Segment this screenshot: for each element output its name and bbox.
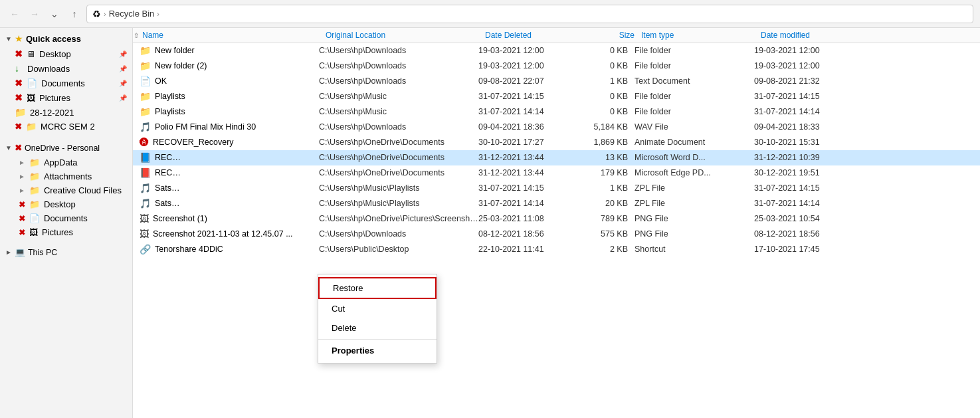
sidebar-item-attachments[interactable]: ► 📁 Attachments (0, 169, 132, 183)
back-button[interactable]: ← (7, 6, 23, 22)
col-header-size[interactable]: Size (588, 31, 641, 40)
col-header-orig[interactable]: Original Location (326, 31, 485, 40)
table-row[interactable]: 🅐 RECOVER_Recovery C:\Users\hp\OneDrive\… (133, 135, 980, 150)
sidebar: ▼ ★ Quick access ✖ 🖥 Desktop 📌 ↓ Downloa… (0, 28, 133, 418)
delete-label: Delete (332, 323, 357, 333)
chevron-right-icon: ► (19, 159, 25, 166)
forward-button[interactable]: → (27, 6, 43, 22)
context-menu-item-properties[interactable]: Properties (318, 341, 437, 360)
cell-item-type: PNG File (635, 229, 754, 239)
chevron-right3-icon: ► (19, 187, 25, 194)
table-row[interactable]: 📄 OK C:\Users\hp\Downloads 09-08-2021 22… (133, 74, 980, 89)
file-icon: 🎵 (140, 198, 151, 209)
col-header-type[interactable]: Item type (641, 31, 761, 40)
sidebar-item-documents2[interactable]: ✖ 📄 Documents (0, 211, 132, 225)
folder-desk2-icon: 📁 (29, 199, 40, 209)
col-header-name[interactable]: Name (140, 31, 326, 40)
sidebar-item-downloads[interactable]: ↓ Downloads 📌 (0, 61, 132, 76)
folder-pic2-icon: 🖼 (29, 227, 38, 237)
table-row[interactable]: 📁 Playlists C:\Users\hp\Music 31-07-2021… (133, 89, 980, 104)
context-menu-item-restore[interactable]: Restore (318, 277, 437, 299)
sidebar-label-28: 28-12-2021 (30, 108, 74, 118)
col-header-date[interactable]: Date Deleted (485, 31, 588, 40)
chevron-right-pc-icon: ► (5, 249, 12, 256)
col-header-modified[interactable]: Date modified (761, 31, 867, 40)
cell-date-modified: 31-07-2021 14:14 (754, 107, 860, 116)
pin-icon: 📌 (119, 51, 127, 58)
sidebar-item-appdata[interactable]: ► 📁 AppData (0, 156, 132, 169)
cell-item-type: PNG File (635, 214, 754, 223)
sidebar-item-mcrc[interactable]: ✖ 📁 MCRC SEM 2 (0, 120, 132, 134)
cell-date-modified: 31-07-2021 14:15 (754, 183, 860, 193)
cell-size: 20 KB (581, 199, 635, 208)
cell-date-modified: 31-07-2021 14:15 (754, 92, 860, 101)
file-icon: 🅐 (140, 137, 149, 148)
table-row[interactable]: 🎵 Polio FM Final Mix Hindi 30 C:\Users\h… (133, 120, 980, 135)
sidebar-item-pictures[interactable]: ✖ 🖼 Pictures 📌 (0, 90, 132, 105)
sidebar-item-documents[interactable]: ✖ 📄 Documents 📌 (0, 76, 132, 90)
table-row[interactable]: 🎵 Sats… C:\Users\hp\Music\Playlists 31-0… (133, 196, 980, 211)
cell-date-deleted: 31-07-2021 14:14 (478, 107, 581, 116)
recycle-bin-icon: ♻ (92, 9, 101, 19)
cell-orig-location: C:\Users\hp\Downloads (319, 46, 478, 55)
table-row[interactable]: 🖼 Screenshot (1) C:\Users\hp\OneDrive\Pi… (133, 211, 980, 227)
file-list: 📁 New folder C:\Users\hp\Downloads 19-03… (133, 43, 980, 418)
cell-item-type: Microsoft Word D... (635, 153, 754, 162)
file-icon: 🎵 (140, 183, 151, 193)
recent-button[interactable]: ⌄ (47, 6, 62, 22)
up-button[interactable]: ↑ (66, 6, 82, 22)
sidebar-item-pictures2[interactable]: ✖ 🖼 Pictures (0, 225, 132, 239)
cell-orig-location: C:\Users\hp\Music (319, 107, 478, 116)
pin-icon: 📌 (119, 94, 127, 102)
cell-size: 0 KB (581, 46, 635, 55)
cell-date-modified: 30-10-2021 15:31 (754, 138, 860, 147)
table-row[interactable]: 📘 REC… C:\Users\hp\OneDrive\Documents 31… (133, 150, 980, 165)
table-row[interactable]: 📁 New folder (2) C:\Users\hp\Downloads 1… (133, 58, 980, 74)
red-badge5-icon: ✖ (15, 143, 22, 153)
cell-orig-location: C:\Users\hp\Music (319, 92, 478, 101)
sidebar-label-desktop2: Desktop (44, 199, 76, 209)
chevron-down2-icon: ▼ (5, 144, 12, 152)
this-pc-label: This PC (28, 248, 57, 257)
cell-size: 1 KB (581, 76, 635, 86)
onedrive-header[interactable]: ▼ ✖ OneDrive - Personal (0, 140, 132, 156)
red-badge2-icon: ✖ (15, 78, 23, 88)
cell-orig-location: C:\Users\hp\OneDrive\Pictures\Screensho.… (319, 214, 478, 223)
cell-date-modified: 19-03-2021 12:00 (754, 61, 860, 70)
pin-icon: 📌 (119, 65, 127, 72)
cell-date-deleted: 19-03-2021 12:00 (478, 46, 581, 55)
sidebar-item-desktop2[interactable]: ✖ 📁 Desktop (0, 197, 132, 211)
restore-label: Restore (333, 283, 363, 293)
context-menu-item-cut[interactable]: Cut (318, 299, 437, 318)
cell-item-type: File folder (635, 61, 754, 70)
address-path[interactable]: ♻ › Recycle Bin › (86, 5, 973, 23)
file-icon: 📁 (140, 45, 151, 56)
sidebar-item-creative-cloud[interactable]: ► 📁 Creative Cloud Files (0, 183, 132, 197)
quick-access-header[interactable]: ▼ ★ Quick access (0, 31, 132, 47)
sidebar-label-mcrc: MCRC SEM 2 (41, 122, 95, 132)
cell-filename: 🎵 Sats… (133, 183, 319, 193)
table-row[interactable]: 📁 New folder C:\Users\hp\Downloads 19-03… (133, 43, 980, 58)
cell-date-deleted: 25-03-2021 11:08 (478, 214, 581, 223)
this-pc-header[interactable]: ► 💻 This PC (0, 245, 132, 260)
onedrive-label: OneDrive - Personal (25, 144, 100, 153)
cell-orig-location: C:\Users\hp\Downloads (319, 61, 478, 70)
pin-icon: 📌 (119, 80, 127, 87)
file-icon: 📁 (140, 106, 151, 117)
sidebar-label-attachments: Attachments (44, 171, 92, 181)
table-row[interactable]: 🔗 Tenorshare 4DDiC C:\Users\Public\Deskt… (133, 242, 980, 257)
address-bar: ← → ⌄ ↑ ♻ › Recycle Bin › (0, 0, 980, 28)
cell-size: 0 KB (581, 107, 635, 116)
cell-date-modified: 09-04-2021 18:33 (754, 122, 860, 132)
context-menu-item-delete[interactable]: Delete (318, 318, 437, 338)
table-row[interactable]: 🖼 Screenshot 2021-11-03 at 12.45.07 ... … (133, 227, 980, 242)
sidebar-item-28-12-2021[interactable]: 📁 28-12-2021 (0, 105, 132, 120)
cell-filename: 🖼 Screenshot 2021-11-03 at 12.45.07 ... (133, 229, 319, 239)
table-row[interactable]: 📕 REC… C:\Users\hp\OneDrive\Documents 31… (133, 165, 980, 181)
quick-access-label: Quick access (26, 34, 81, 44)
sidebar-item-desktop[interactable]: ✖ 🖥 Desktop 📌 (0, 47, 132, 61)
table-row[interactable]: 🎵 Sats… C:\Users\hp\Music\Playlists 31-0… (133, 181, 980, 196)
cell-item-type: File folder (635, 92, 754, 101)
table-row[interactable]: 📁 Playlists C:\Users\hp\Music 31-07-2021… (133, 104, 980, 120)
cell-orig-location: C:\Users\hp\OneDrive\Documents (319, 153, 478, 162)
